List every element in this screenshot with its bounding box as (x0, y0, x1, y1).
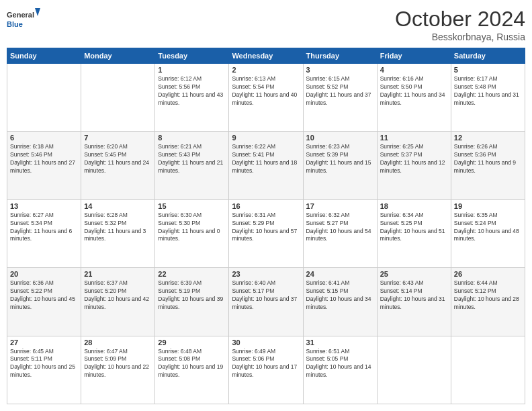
day-number: 28 (84, 338, 152, 347)
sunrise-text: Sunrise: 6:18 AM (10, 143, 54, 150)
header-wednesday: Wednesday (229, 48, 303, 64)
daylight-text: Daylight: 10 hours and 17 minutes. (232, 363, 297, 378)
table-row: 15 Sunrise: 6:30 AM Sunset: 5:30 PM Dayl… (155, 199, 229, 267)
logo-svg: General Blue (7, 7, 40, 34)
day-number: 29 (158, 338, 226, 347)
daylight-text: Daylight: 11 hours and 31 minutes. (454, 91, 519, 106)
day-number: 18 (380, 202, 448, 210)
table-row: 4 Sunrise: 6:16 AM Sunset: 5:50 PM Dayli… (377, 64, 451, 132)
day-info: Sunrise: 6:35 AM Sunset: 5:24 PM Dayligh… (454, 212, 522, 244)
day-number: 21 (84, 270, 152, 278)
table-row: 19 Sunrise: 6:35 AM Sunset: 5:24 PM Dayl… (451, 199, 525, 267)
sunset-text: Sunset: 5:39 PM (306, 151, 349, 158)
day-info: Sunrise: 6:32 AM Sunset: 5:27 PM Dayligh… (306, 212, 374, 244)
sunset-text: Sunset: 5:06 PM (232, 355, 274, 362)
sunrise-text: Sunrise: 6:30 AM (158, 212, 202, 218)
sunrise-text: Sunrise: 6:44 AM (454, 279, 498, 286)
sunset-text: Sunset: 5:37 PM (380, 151, 423, 158)
day-number: 1 (158, 66, 226, 74)
sunrise-text: Sunrise: 6:34 AM (380, 212, 424, 218)
sunrise-text: Sunrise: 6:41 AM (306, 279, 350, 286)
table-row: 7 Sunrise: 6:20 AM Sunset: 5:45 PM Dayli… (81, 132, 155, 199)
table-row: 23 Sunrise: 6:40 AM Sunset: 5:17 PM Dayl… (229, 268, 303, 336)
table-row: 24 Sunrise: 6:41 AM Sunset: 5:15 PM Dayl… (303, 268, 377, 336)
daylight-text: Daylight: 10 hours and 14 minutes. (306, 363, 371, 378)
table-row: 25 Sunrise: 6:43 AM Sunset: 5:14 PM Dayl… (377, 268, 451, 336)
day-number: 16 (232, 202, 300, 210)
daylight-text: Daylight: 11 hours and 15 minutes. (306, 159, 371, 174)
day-info: Sunrise: 6:40 AM Sunset: 5:17 PM Dayligh… (232, 279, 300, 312)
table-row: 12 Sunrise: 6:26 AM Sunset: 5:36 PM Dayl… (451, 132, 525, 199)
header-sunday: Sunday (7, 48, 81, 64)
sunrise-text: Sunrise: 6:21 AM (158, 143, 202, 150)
sunrise-text: Sunrise: 6:28 AM (84, 212, 128, 218)
day-info: Sunrise: 6:17 AM Sunset: 5:48 PM Dayligh… (454, 75, 522, 107)
day-info: Sunrise: 6:39 AM Sunset: 5:19 PM Dayligh… (158, 279, 226, 312)
daylight-text: Daylight: 10 hours and 42 minutes. (84, 295, 149, 310)
day-number: 5 (454, 66, 522, 74)
sunrise-text: Sunrise: 6:40 AM (232, 279, 275, 286)
sunset-text: Sunset: 5:15 PM (306, 287, 349, 294)
sunrise-text: Sunrise: 6:51 AM (306, 348, 350, 355)
table-row (81, 64, 155, 132)
table-row: 3 Sunrise: 6:15 AM Sunset: 5:52 PM Dayli… (303, 64, 377, 132)
table-row (377, 336, 451, 404)
day-number: 23 (232, 270, 300, 278)
day-info: Sunrise: 6:18 AM Sunset: 5:46 PM Dayligh… (10, 143, 78, 175)
sunset-text: Sunset: 5:12 PM (454, 287, 496, 294)
day-number: 6 (10, 134, 78, 142)
day-info: Sunrise: 6:31 AM Sunset: 5:29 PM Dayligh… (232, 212, 300, 244)
day-info: Sunrise: 6:51 AM Sunset: 5:05 PM Dayligh… (306, 348, 374, 380)
day-number: 3 (306, 66, 374, 74)
table-row: 8 Sunrise: 6:21 AM Sunset: 5:43 PM Dayli… (155, 132, 229, 199)
logo: General Blue (7, 7, 40, 34)
sunrise-text: Sunrise: 6:23 AM (306, 143, 350, 150)
day-number: 12 (454, 134, 522, 142)
day-number: 17 (306, 202, 374, 210)
sunset-text: Sunset: 5:29 PM (232, 220, 274, 226)
daylight-text: Daylight: 10 hours and 28 minutes. (454, 295, 519, 310)
daylight-text: Daylight: 11 hours and 6 minutes. (10, 228, 72, 242)
sunset-text: Sunset: 5:34 PM (10, 220, 52, 226)
day-info: Sunrise: 6:48 AM Sunset: 5:08 PM Dayligh… (158, 348, 226, 380)
calendar-table: Sunday Monday Tuesday Wednesday Thursday… (7, 48, 525, 404)
table-row: 31 Sunrise: 6:51 AM Sunset: 5:05 PM Dayl… (303, 336, 377, 404)
table-row: 5 Sunrise: 6:17 AM Sunset: 5:48 PM Dayli… (451, 64, 525, 132)
table-row: 22 Sunrise: 6:39 AM Sunset: 5:19 PM Dayl… (155, 268, 229, 336)
sunrise-text: Sunrise: 6:17 AM (454, 75, 498, 82)
sunrise-text: Sunrise: 6:37 AM (84, 279, 128, 286)
sunrise-text: Sunrise: 6:45 AM (10, 348, 54, 355)
day-info: Sunrise: 6:43 AM Sunset: 5:14 PM Dayligh… (380, 279, 448, 312)
sunrise-text: Sunrise: 6:43 AM (380, 279, 424, 286)
daylight-text: Daylight: 10 hours and 34 minutes. (306, 295, 371, 310)
table-row: 17 Sunrise: 6:32 AM Sunset: 5:27 PM Dayl… (303, 199, 377, 267)
table-row: 2 Sunrise: 6:13 AM Sunset: 5:54 PM Dayli… (229, 64, 303, 132)
day-number: 4 (380, 66, 448, 74)
calendar-week-4: 20 Sunrise: 6:36 AM Sunset: 5:22 PM Dayl… (7, 268, 525, 336)
daylight-text: Daylight: 10 hours and 45 minutes. (10, 295, 75, 310)
sunset-text: Sunset: 5:36 PM (454, 151, 496, 158)
day-info: Sunrise: 6:25 AM Sunset: 5:37 PM Dayligh… (380, 143, 448, 175)
day-number: 31 (306, 338, 374, 347)
sunset-text: Sunset: 5:17 PM (232, 287, 274, 294)
day-info: Sunrise: 6:49 AM Sunset: 5:06 PM Dayligh… (232, 348, 300, 380)
sunrise-text: Sunrise: 6:27 AM (10, 212, 54, 218)
sunrise-text: Sunrise: 6:15 AM (306, 75, 350, 82)
day-number: 15 (158, 202, 226, 210)
sunset-text: Sunset: 5:19 PM (158, 287, 200, 294)
day-info: Sunrise: 6:26 AM Sunset: 5:36 PM Dayligh… (454, 143, 522, 175)
table-row: 29 Sunrise: 6:48 AM Sunset: 5:08 PM Dayl… (155, 336, 229, 404)
daylight-text: Daylight: 10 hours and 48 minutes. (454, 228, 519, 242)
daylight-text: Daylight: 11 hours and 43 minutes. (158, 91, 223, 106)
daylight-text: Daylight: 10 hours and 57 minutes. (232, 228, 297, 242)
page-header: General Blue October 2024 Besskorbnaya, … (7, 7, 525, 42)
sunrise-text: Sunrise: 6:16 AM (380, 75, 424, 82)
daylight-text: Daylight: 10 hours and 37 minutes. (232, 295, 297, 310)
sunset-text: Sunset: 5:45 PM (84, 151, 126, 158)
calendar-week-5: 27 Sunrise: 6:45 AM Sunset: 5:11 PM Dayl… (7, 336, 525, 404)
location-subtitle: Besskorbnaya, Russia (395, 32, 525, 42)
sunset-text: Sunset: 5:14 PM (380, 287, 423, 294)
table-row: 1 Sunrise: 6:12 AM Sunset: 5:56 PM Dayli… (155, 64, 229, 132)
sunset-text: Sunset: 5:11 PM (10, 355, 52, 362)
header-monday: Monday (81, 48, 155, 64)
